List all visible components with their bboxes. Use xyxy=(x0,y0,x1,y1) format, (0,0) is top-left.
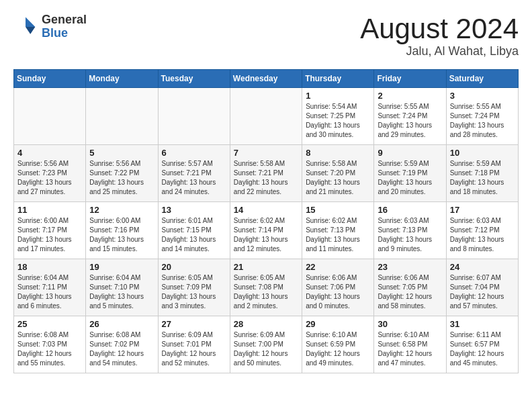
calendar-cell: 27Sunrise: 6:09 AMSunset: 7:01 PMDayligh… xyxy=(158,316,230,373)
calendar-table: SundayMondayTuesdayWednesdayThursdayFrid… xyxy=(13,69,519,373)
calendar-cell xyxy=(158,88,230,145)
cell-content: Sunrise: 6:07 AMSunset: 7:04 PMDaylight:… xyxy=(450,273,515,311)
svg-marker-0 xyxy=(26,17,35,26)
cell-content: Sunrise: 6:04 AMSunset: 7:10 PMDaylight:… xyxy=(89,273,154,311)
column-header-wednesday: Wednesday xyxy=(230,70,302,88)
cell-content: Sunrise: 6:04 AMSunset: 7:11 PMDaylight:… xyxy=(17,273,82,311)
calendar-week-row: 4Sunrise: 5:56 AMSunset: 7:23 PMDaylight… xyxy=(14,145,519,202)
calendar-cell xyxy=(86,88,158,145)
day-number: 13 xyxy=(162,205,226,215)
day-number: 8 xyxy=(306,148,370,158)
calendar-cell: 18Sunrise: 6:04 AMSunset: 7:11 PMDayligh… xyxy=(14,259,86,316)
calendar-cell: 22Sunrise: 6:06 AMSunset: 7:06 PMDayligh… xyxy=(302,259,374,316)
calendar-cell: 20Sunrise: 6:05 AMSunset: 7:09 PMDayligh… xyxy=(158,259,230,316)
calendar-cell: 6Sunrise: 5:57 AMSunset: 7:21 PMDaylight… xyxy=(158,145,230,202)
day-number: 22 xyxy=(306,262,370,272)
page-header: General Blue August 2024 Jalu, Al Wahat,… xyxy=(13,13,519,58)
day-number: 28 xyxy=(234,319,298,329)
day-number: 17 xyxy=(450,205,515,215)
day-number: 9 xyxy=(378,148,442,158)
calendar-cell: 5Sunrise: 5:56 AMSunset: 7:22 PMDaylight… xyxy=(86,145,158,202)
cell-content: Sunrise: 6:10 AMSunset: 6:58 PMDaylight:… xyxy=(378,330,442,368)
cell-content: Sunrise: 5:54 AMSunset: 7:25 PMDaylight:… xyxy=(306,102,370,140)
cell-content: Sunrise: 5:56 AMSunset: 7:22 PMDaylight:… xyxy=(89,159,154,197)
day-number: 10 xyxy=(450,148,515,158)
day-number: 15 xyxy=(306,205,370,215)
calendar-week-row: 18Sunrise: 6:04 AMSunset: 7:11 PMDayligh… xyxy=(14,259,519,316)
cell-content: Sunrise: 6:08 AMSunset: 7:02 PMDaylight:… xyxy=(89,330,154,368)
calendar-cell xyxy=(230,88,302,145)
cell-content: Sunrise: 6:06 AMSunset: 7:06 PMDaylight:… xyxy=(306,273,370,311)
logo: General Blue xyxy=(13,13,87,40)
cell-content: Sunrise: 6:06 AMSunset: 7:05 PMDaylight:… xyxy=(378,273,442,311)
svg-marker-1 xyxy=(26,27,35,34)
column-header-thursday: Thursday xyxy=(302,70,374,88)
calendar-cell: 9Sunrise: 5:59 AMSunset: 7:19 PMDaylight… xyxy=(374,145,446,202)
day-number: 12 xyxy=(89,205,154,215)
calendar-cell: 12Sunrise: 6:00 AMSunset: 7:16 PMDayligh… xyxy=(86,202,158,259)
cell-content: Sunrise: 5:57 AMSunset: 7:21 PMDaylight:… xyxy=(162,159,226,197)
cell-content: Sunrise: 6:09 AMSunset: 7:01 PMDaylight:… xyxy=(162,330,226,368)
column-header-sunday: Sunday xyxy=(14,70,86,88)
month-title: August 2024 xyxy=(360,13,519,44)
day-number: 18 xyxy=(17,262,82,272)
day-number: 21 xyxy=(234,262,298,272)
cell-content: Sunrise: 6:03 AMSunset: 7:13 PMDaylight:… xyxy=(378,216,442,254)
calendar-cell: 24Sunrise: 6:07 AMSunset: 7:04 PMDayligh… xyxy=(446,259,518,316)
calendar-week-row: 25Sunrise: 6:08 AMSunset: 7:03 PMDayligh… xyxy=(14,316,519,373)
calendar-cell: 1Sunrise: 5:54 AMSunset: 7:25 PMDaylight… xyxy=(302,88,374,145)
calendar-cell: 23Sunrise: 6:06 AMSunset: 7:05 PMDayligh… xyxy=(374,259,446,316)
calendar-cell: 16Sunrise: 6:03 AMSunset: 7:13 PMDayligh… xyxy=(374,202,446,259)
day-number: 19 xyxy=(89,262,154,272)
day-number: 25 xyxy=(17,319,82,329)
cell-content: Sunrise: 5:55 AMSunset: 7:24 PMDaylight:… xyxy=(450,102,515,140)
day-number: 14 xyxy=(234,205,298,215)
cell-content: Sunrise: 6:05 AMSunset: 7:08 PMDaylight:… xyxy=(234,273,298,311)
day-number: 27 xyxy=(162,319,226,329)
day-number: 24 xyxy=(450,262,515,272)
calendar-cell: 25Sunrise: 6:08 AMSunset: 7:03 PMDayligh… xyxy=(14,316,86,373)
logo-general: General xyxy=(42,13,87,27)
column-header-friday: Friday xyxy=(374,70,446,88)
calendar-cell: 11Sunrise: 6:00 AMSunset: 7:17 PMDayligh… xyxy=(14,202,86,259)
calendar-cell: 29Sunrise: 6:10 AMSunset: 6:59 PMDayligh… xyxy=(302,316,374,373)
calendar-cell: 19Sunrise: 6:04 AMSunset: 7:10 PMDayligh… xyxy=(86,259,158,316)
logo-blue: Blue xyxy=(42,27,87,40)
cell-content: Sunrise: 5:56 AMSunset: 7:23 PMDaylight:… xyxy=(17,159,82,197)
cell-content: Sunrise: 6:08 AMSunset: 7:03 PMDaylight:… xyxy=(17,330,82,368)
cell-content: Sunrise: 6:11 AMSunset: 6:57 PMDaylight:… xyxy=(450,330,515,368)
calendar-cell: 30Sunrise: 6:10 AMSunset: 6:58 PMDayligh… xyxy=(374,316,446,373)
calendar-cell: 31Sunrise: 6:11 AMSunset: 6:57 PMDayligh… xyxy=(446,316,518,373)
location-title: Jalu, Al Wahat, Libya xyxy=(360,44,519,58)
day-number: 30 xyxy=(378,319,442,329)
cell-content: Sunrise: 5:59 AMSunset: 7:18 PMDaylight:… xyxy=(450,159,515,197)
column-header-saturday: Saturday xyxy=(446,70,518,88)
day-number: 11 xyxy=(17,205,82,215)
cell-content: Sunrise: 6:02 AMSunset: 7:13 PMDaylight:… xyxy=(306,216,370,254)
cell-content: Sunrise: 5:58 AMSunset: 7:20 PMDaylight:… xyxy=(306,159,370,197)
calendar-cell: 21Sunrise: 6:05 AMSunset: 7:08 PMDayligh… xyxy=(230,259,302,316)
calendar-week-row: 11Sunrise: 6:00 AMSunset: 7:17 PMDayligh… xyxy=(14,202,519,259)
cell-content: Sunrise: 6:09 AMSunset: 7:00 PMDaylight:… xyxy=(234,330,298,368)
calendar-week-row: 1Sunrise: 5:54 AMSunset: 7:25 PMDaylight… xyxy=(14,88,519,145)
calendar-cell: 4Sunrise: 5:56 AMSunset: 7:23 PMDaylight… xyxy=(14,145,86,202)
cell-content: Sunrise: 6:01 AMSunset: 7:15 PMDaylight:… xyxy=(162,216,226,254)
calendar-cell: 28Sunrise: 6:09 AMSunset: 7:00 PMDayligh… xyxy=(230,316,302,373)
day-number: 7 xyxy=(234,148,298,158)
calendar-cell: 10Sunrise: 5:59 AMSunset: 7:18 PMDayligh… xyxy=(446,145,518,202)
cell-content: Sunrise: 6:00 AMSunset: 7:16 PMDaylight:… xyxy=(89,216,154,254)
logo-text: General Blue xyxy=(42,13,87,40)
day-number: 29 xyxy=(306,319,370,329)
day-number: 26 xyxy=(89,319,154,329)
day-number: 20 xyxy=(162,262,226,272)
logo-icon xyxy=(13,15,38,39)
cell-content: Sunrise: 6:10 AMSunset: 6:59 PMDaylight:… xyxy=(306,330,370,368)
day-number: 4 xyxy=(17,148,82,158)
cell-content: Sunrise: 5:59 AMSunset: 7:19 PMDaylight:… xyxy=(378,159,442,197)
column-header-monday: Monday xyxy=(86,70,158,88)
day-number: 3 xyxy=(450,91,515,101)
calendar-cell: 8Sunrise: 5:58 AMSunset: 7:20 PMDaylight… xyxy=(302,145,374,202)
day-number: 6 xyxy=(162,148,226,158)
calendar-cell: 17Sunrise: 6:03 AMSunset: 7:12 PMDayligh… xyxy=(446,202,518,259)
cell-content: Sunrise: 5:55 AMSunset: 7:24 PMDaylight:… xyxy=(378,102,442,140)
